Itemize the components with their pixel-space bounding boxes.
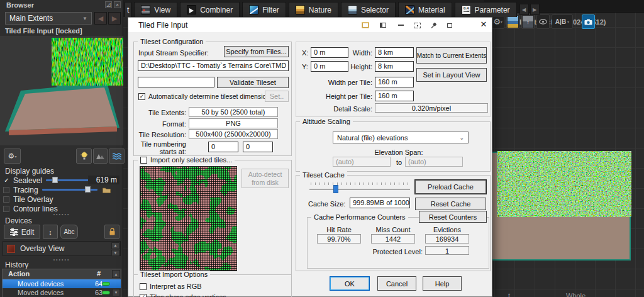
contour-lines-checkbox[interactable] [3, 206, 9, 212]
display-guides-title: Display guides [5, 167, 54, 176]
parameter-tab-icon: 0.4 [462, 5, 471, 14]
tab-filter[interactable]: Filter [242, 2, 286, 17]
tile-selection-grid[interactable] [140, 166, 237, 271]
tracing-guide-row[interactable]: Tracing [3, 185, 122, 194]
specify-from-files-button[interactable]: Specify from Files... [224, 46, 289, 57]
sealevel-guide-row[interactable]: ✓ Sealevel 619 m [3, 176, 122, 185]
tiled-file-input-dialog: Tiled File Input ✕ Tileset Configuration… [128, 17, 492, 297]
tile-numbering-x-field[interactable]: 0 [208, 142, 238, 152]
help-button[interactable]: Help [423, 276, 462, 291]
auto-dimensions-row: ✓ Automatically determine tileset dimens… [138, 92, 262, 100]
input-stream-path-field[interactable]: D:\Desktop\TTC - Tomatiy`s Terrains Core… [138, 60, 289, 71]
sealevel-checkmark-icon[interactable]: ✓ [3, 177, 11, 184]
tracing-file-folder-icon[interactable] [103, 187, 111, 193]
dock-window-icon[interactable] [361, 21, 370, 29]
close-icon[interactable]: ✕ [478, 20, 489, 30]
altitude-mode-dropdown[interactable]: Natural (file) elevations⌄ [333, 132, 469, 143]
auto-dimensions-checkbox[interactable]: ✓ [138, 93, 145, 100]
sealevel-label: Sealevel [13, 176, 42, 185]
next-extent-button[interactable]: ▶ [108, 12, 121, 25]
tab-scroll-left-icon[interactable]: ◀ [519, 4, 529, 15]
tileset-aux-field[interactable] [138, 77, 214, 87]
share-edges-label: Tiles share edge vertices [150, 293, 226, 297]
split-window-icon[interactable] [379, 21, 387, 29]
render-options-gear-icon[interactable]: ⚙▾ [4, 148, 21, 164]
reset-counters-button[interactable]: Reset Counters [419, 211, 487, 223]
ok-button[interactable]: OK [330, 276, 370, 291]
validate-tileset-button[interactable]: Validate Tileset [217, 77, 289, 88]
lock-icon[interactable] [104, 225, 119, 239]
tab-selector[interactable]: Selector [341, 2, 396, 17]
tab-scroll-right-icon[interactable]: ▶ [530, 4, 540, 15]
import-selected-tiles-legend: Import only selected tiles... [138, 156, 235, 164]
autodetect-from-disk-button[interactable]: Auto-detect from disk [242, 169, 289, 188]
filter-tab-icon [249, 5, 258, 14]
minimize-icon[interactable] [396, 21, 405, 29]
height-per-tile-field[interactable]: 160 m [375, 91, 414, 101]
water-waves-icon[interactable] [109, 148, 125, 164]
miss-count-label: Miss Count [371, 226, 415, 233]
history-col-action[interactable]: Action [8, 270, 30, 277]
import-selected-tiles-checkbox[interactable] [140, 157, 147, 164]
extents-selector[interactable]: Main Extents▼ [5, 12, 92, 25]
free-camera-icon[interactable]: ↑ [521, 14, 535, 29]
tab-view[interactable]: View [134, 2, 177, 17]
tile-numbering-y-field[interactable]: 0 [243, 142, 273, 152]
capture-region-icon[interactable] [413, 21, 421, 29]
lighting-bulb-icon[interactable] [76, 148, 92, 164]
interpret-rgb-checkbox[interactable] [140, 283, 147, 290]
share-edges-checkbox[interactable]: ✓ [140, 294, 147, 297]
terrain-3d-preview[interactable] [0, 36, 123, 145]
match-extents-button[interactable]: Match to Current Extents [416, 47, 487, 64]
height-field[interactable]: 8 km [375, 61, 414, 72]
set-in-layout-view-button[interactable]: Set in Layout View [416, 68, 487, 82]
tab-nature[interactable]: Nature [289, 2, 338, 17]
sealevel-slider-thumb[interactable] [52, 177, 58, 183]
duplicate-window-icon[interactable] [445, 21, 454, 29]
tile-overlay-guide-row[interactable]: Tile Overlay [3, 194, 122, 204]
preload-cache-button[interactable]: Preload Cache [415, 180, 486, 194]
width-per-tile-field[interactable]: 160 m [375, 77, 414, 87]
cache-size-slider[interactable] [309, 189, 410, 190]
view-tab-icon [141, 5, 150, 14]
cancel-button[interactable]: Cancel [377, 276, 416, 291]
ab-compare-toggle[interactable]: A|B▾ [552, 14, 573, 29]
tracing-slider-thumb[interactable] [85, 186, 91, 193]
panel-close-icon[interactable]: × [114, 1, 121, 8]
elevation-span-from-field[interactable]: (auto) [333, 157, 391, 167]
tile-overlay-checkbox[interactable] [3, 196, 9, 203]
visibility-eye-icon[interactable] [536, 14, 550, 29]
history-row[interactable]: Moved devices 64 [3, 279, 121, 288]
snapshot-camera-icon[interactable] [582, 14, 595, 29]
edit-device-button[interactable]: Edit [4, 225, 40, 239]
history-col-count[interactable]: # [97, 270, 101, 277]
history-scroll-down-icon[interactable]: ▼ [112, 289, 120, 296]
history-header-row: Action # ▲ [3, 269, 121, 279]
elevation-span-to-field[interactable]: (auto) [405, 157, 463, 167]
prev-extent-button[interactable]: ◀ [94, 12, 107, 25]
reset-cache-button[interactable]: Reset Cache [415, 198, 486, 210]
tab-material[interactable]: Material [398, 2, 452, 17]
tab-parameter[interactable]: 0.4Parameter [455, 2, 517, 17]
scroll-up-icon[interactable]: ▲ [111, 242, 119, 249]
panel-splitter[interactable]: •••••• [0, 212, 123, 216]
terrain-rock-icon[interactable] [93, 148, 108, 164]
scroll-down-icon[interactable]: ▼ [111, 250, 119, 257]
sort-order-icon[interactable]: ↕ [43, 225, 58, 239]
panel-undock-icon[interactable]: ◿ [105, 1, 112, 8]
overlay-view-device[interactable]: Overlay View [20, 244, 64, 253]
pin-window-icon[interactable] [429, 21, 438, 29]
width-field[interactable]: 8 km [375, 47, 414, 58]
tracing-slider[interactable] [42, 189, 97, 191]
tracing-checkbox[interactable] [3, 187, 9, 193]
cache-size-field[interactable]: 999.89MB of 1000.00MB [350, 198, 410, 208]
sealevel-slider[interactable] [46, 179, 91, 181]
cache-slider-thumb[interactable] [333, 185, 338, 193]
history-row[interactable]: Moved devices 63 ▼ [3, 288, 121, 297]
tab-combiner[interactable]: Combiner [180, 2, 240, 17]
browser-panel: Browser ◿ × Main Extents▼ ◀ ▶ Tiled File… [0, 0, 123, 297]
set-dimensions-button[interactable]: Set.. [265, 91, 289, 102]
abc-rename-button[interactable]: Abc [60, 225, 78, 239]
history-scroll-up-icon[interactable]: ▲ [112, 270, 120, 278]
tab-clipped[interactable]: t [125, 2, 131, 17]
